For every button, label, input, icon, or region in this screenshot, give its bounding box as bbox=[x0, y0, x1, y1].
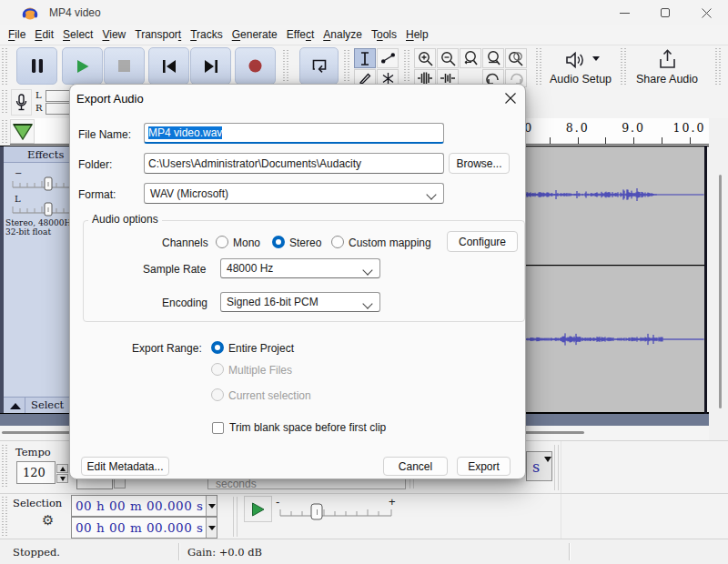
tempo-input[interactable]: 120 bbox=[16, 461, 56, 484]
zoom-in-button[interactable] bbox=[414, 48, 436, 68]
channel-radio-custom[interactable] bbox=[331, 236, 344, 248]
channel-radio-mono-label[interactable]: Mono bbox=[233, 237, 260, 249]
browse-button[interactable]: Browse... bbox=[449, 153, 510, 174]
menu-tools[interactable]: Tools bbox=[367, 26, 401, 44]
maximize-button[interactable] bbox=[644, 0, 686, 25]
skip-to-start-button[interactable] bbox=[148, 47, 189, 85]
transport-toolbar-grabber[interactable] bbox=[2, 48, 8, 85]
tempo-spin-up-button[interactable] bbox=[56, 464, 68, 473]
audio-setup-toolbar-grabber[interactable] bbox=[536, 48, 542, 85]
trim-checkbox[interactable] bbox=[212, 422, 224, 434]
encoding-combo[interactable]: Signed 16-bit PCM bbox=[220, 292, 380, 312]
zoom-selection-button[interactable] bbox=[460, 48, 481, 68]
tools-toolbar-grabber[interactable] bbox=[344, 50, 350, 83]
audio-setup-button[interactable]: Audio Setup bbox=[544, 45, 617, 86]
skip-to-end-button[interactable] bbox=[190, 47, 231, 85]
silence-audio-icon bbox=[440, 72, 456, 85]
configure-button[interactable]: Configure bbox=[447, 231, 518, 252]
track-control-panel[interactable]: Effects − L Stereo, 48000H bbox=[0, 146, 70, 413]
status-bar: Stopped. Gain: +0.0 dB bbox=[0, 539, 728, 564]
minimize-icon bbox=[620, 8, 630, 18]
dropdown-arrow-icon bbox=[208, 526, 216, 530]
export-range-multiple-label[interactable]: Multiple Files bbox=[228, 364, 292, 377]
export-range-entire-label[interactable]: Entire Project bbox=[228, 342, 294, 355]
menu-edit[interactable]: Edit bbox=[30, 26, 58, 44]
channel-radio-stereo[interactable] bbox=[272, 236, 285, 248]
dialog-close-button[interactable] bbox=[500, 88, 521, 108]
format-combo[interactable]: WAV (Microsoft) bbox=[144, 183, 444, 204]
menu-transport[interactable]: Transport bbox=[130, 26, 186, 44]
envelope-tool-button[interactable] bbox=[377, 48, 399, 68]
effects-button[interactable]: Effects bbox=[4, 146, 70, 163]
zoom-out-button[interactable] bbox=[437, 48, 459, 68]
encoding-combo-chevron-icon bbox=[362, 298, 372, 308]
menu-view[interactable]: View bbox=[97, 26, 130, 44]
selection-start-dropdown[interactable] bbox=[206, 496, 217, 516]
loop-button[interactable] bbox=[299, 47, 339, 85]
menu-select[interactable]: Select bbox=[58, 26, 97, 44]
time-display[interactable]: s bbox=[526, 451, 552, 481]
export-button[interactable]: Export bbox=[457, 457, 511, 476]
tempo-spin-down-button[interactable] bbox=[56, 474, 68, 483]
selection-end-field[interactable]: 00 h 00 m 00.000 s bbox=[71, 517, 217, 539]
select-track-button[interactable]: Select bbox=[31, 398, 64, 411]
menu-generate[interactable]: Generate bbox=[228, 26, 282, 44]
dock-separator-d bbox=[558, 445, 559, 490]
vertical-scrollbar-thumb[interactable] bbox=[719, 175, 722, 408]
gain-slider[interactable] bbox=[12, 176, 70, 191]
selection-tool-button[interactable] bbox=[354, 48, 376, 68]
right-toolbar-grabber[interactable] bbox=[715, 48, 722, 85]
export-range-radio-entire[interactable] bbox=[211, 341, 224, 354]
menu-help[interactable]: Help bbox=[401, 26, 433, 44]
export-range-radio-current[interactable] bbox=[211, 388, 224, 401]
selection-settings-gear-button[interactable]: ⚙ bbox=[42, 512, 54, 529]
menu-effect[interactable]: Effect bbox=[282, 26, 318, 44]
pause-button[interactable] bbox=[16, 47, 57, 85]
timesig-toolbar-grabber[interactable] bbox=[2, 445, 8, 488]
menu-file[interactable]: File bbox=[4, 26, 30, 44]
zoom-fit-button[interactable] bbox=[482, 48, 504, 68]
channel-radio-custom-label[interactable]: Custom mapping bbox=[349, 237, 431, 249]
play-button[interactable] bbox=[62, 47, 103, 85]
pinned-play-head-button[interactable] bbox=[10, 119, 35, 144]
menu-tracks[interactable]: Tracks bbox=[186, 26, 228, 44]
edit-metadata-button[interactable]: Edit Metadata... bbox=[81, 457, 169, 476]
selection-toolbar-grabber[interactable] bbox=[2, 497, 8, 537]
close-window-button[interactable] bbox=[685, 0, 727, 25]
edit-toolbar-grabber[interactable] bbox=[404, 50, 410, 83]
timeline-grabber[interactable] bbox=[2, 120, 8, 144]
ruler-label-8.0: 8.0 bbox=[566, 121, 590, 135]
share-audio-button[interactable]: Share Audio bbox=[629, 45, 705, 86]
draw-tool-icon bbox=[359, 72, 371, 85]
folder-input[interactable]: C:\Users\Administrator\Documents\Audacit… bbox=[144, 153, 444, 174]
stop-button[interactable] bbox=[104, 47, 145, 85]
selection-start-field[interactable]: 00 h 00 m 00.000 s bbox=[71, 495, 217, 517]
tempo-value: 120 bbox=[23, 466, 46, 479]
channel-radio-stereo-label[interactable]: Stereo bbox=[289, 237, 321, 249]
channel-radio-mono[interactable] bbox=[216, 236, 228, 248]
play-at-speed-button[interactable] bbox=[244, 496, 272, 522]
share-audio-toolbar-grabber[interactable] bbox=[621, 48, 627, 85]
sample-rate-combo[interactable]: 48000 Hz bbox=[220, 258, 380, 278]
meter-left-label: L bbox=[35, 90, 42, 100]
zoom-selection-icon bbox=[462, 50, 479, 66]
play-icon bbox=[76, 59, 90, 74]
export-range-current-label[interactable]: Current selection bbox=[228, 389, 311, 402]
zoom-toggle-button[interactable] bbox=[505, 48, 527, 68]
export-range-radio-multiple[interactable] bbox=[211, 363, 224, 376]
file-name-input[interactable]: MP4 video.wav bbox=[144, 123, 444, 144]
record-meter-button[interactable] bbox=[11, 89, 32, 116]
spin-up-icon bbox=[60, 467, 66, 471]
cancel-button[interactable]: Cancel bbox=[383, 457, 448, 476]
loop-toolbar-grabber[interactable] bbox=[283, 50, 289, 83]
time-display-menu-arrow-icon[interactable] bbox=[544, 457, 551, 462]
trim-checkbox-label[interactable]: Trim blank space before first clip bbox=[229, 421, 386, 434]
meter-toolbar-grabber[interactable] bbox=[2, 90, 8, 115]
menu-analyze[interactable]: Analyze bbox=[318, 26, 367, 44]
play-speed-slider[interactable] bbox=[278, 503, 393, 523]
pan-slider[interactable] bbox=[12, 202, 70, 217]
zoom-toggle-icon bbox=[508, 51, 525, 66]
record-button[interactable] bbox=[235, 47, 276, 85]
selection-end-dropdown[interactable] bbox=[206, 518, 217, 538]
minimize-button[interactable] bbox=[603, 0, 645, 25]
